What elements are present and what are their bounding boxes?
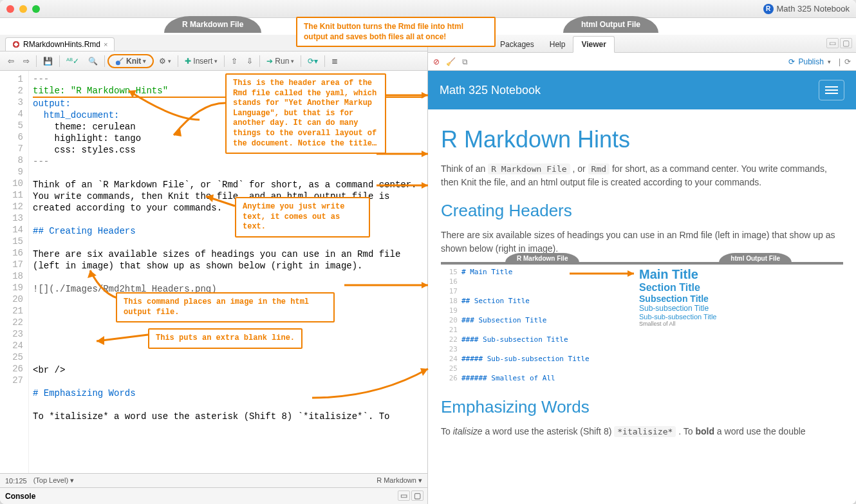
heading-2: Emphasizing Words xyxy=(441,397,843,417)
annotation-yaml: This is the header area of the Rmd file … xyxy=(225,73,386,154)
tab-help[interactable]: Help xyxy=(542,37,573,52)
embedded-image: R Markdown File html Output File 15# Mai… xyxy=(441,262,843,386)
spellcheck-button[interactable]: ᴬᴮ✓ xyxy=(62,55,83,67)
run-button[interactable]: ➔ Run ▾ xyxy=(263,55,298,67)
chevron-down-icon: ▾ xyxy=(828,59,831,65)
pane-label-right: html Output File xyxy=(563,16,658,33)
settings-button[interactable]: ⚙ ▾ xyxy=(155,55,175,67)
file-tab-label: RMarkdownHints.Rmd xyxy=(23,40,100,49)
knit-label: Knit xyxy=(126,57,141,66)
publish-icon: ⟳ xyxy=(788,57,795,66)
close-window-icon[interactable] xyxy=(6,5,14,13)
language-mode[interactable]: R Markdown ▾ xyxy=(377,476,422,485)
annotation-br: This puts an extra blank line. xyxy=(148,328,302,349)
heading-1: R Markdown Hints xyxy=(441,126,843,153)
code-editor[interactable]: 1234567891011121314151617181920212223242… xyxy=(0,71,427,473)
titlebar: R Math 325 Notebook xyxy=(0,0,856,18)
insert-label: Insert xyxy=(193,57,212,66)
go-down-button[interactable]: ⇩ xyxy=(243,55,257,67)
cursor-position: 10:125 xyxy=(5,477,27,485)
scope-selector[interactable]: (Top Level) ▾ xyxy=(33,476,74,485)
broom-icon[interactable]: 🧹 xyxy=(446,57,456,66)
paragraph: Think of an R Markdown File , or Rmd for… xyxy=(441,162,843,189)
line-gutter: 1234567891011121314151617181920212223242… xyxy=(0,71,29,473)
file-tab[interactable]: RMarkdownHints.Rmd × xyxy=(5,37,115,51)
hamburger-icon[interactable] xyxy=(819,80,844,100)
embedded-label-right: html Output File xyxy=(719,253,792,263)
inline-code: *italisize* xyxy=(614,426,676,437)
knit-button[interactable]: Knit ▾ xyxy=(107,54,154,68)
svg-point-0 xyxy=(116,61,120,65)
paragraph: There are six available sizes of heading… xyxy=(441,229,843,256)
maximize-pane-icon[interactable]: ▢ xyxy=(411,490,423,501)
chunk-options-button[interactable]: ⟳▾ xyxy=(304,55,322,67)
html-viewer[interactable]: Math 325 Notebook R Markdown Hints Think… xyxy=(428,71,856,504)
tab-packages[interactable]: Packages xyxy=(492,37,542,52)
popout-icon[interactable]: ⧉ xyxy=(462,57,468,66)
find-button[interactable]: 🔍 xyxy=(84,55,102,67)
rmd-file-icon xyxy=(12,41,20,48)
pane-label-left: R Markdown File xyxy=(164,16,261,33)
viewer-pane: html Output File FilesPlotsPackagesHelpV… xyxy=(428,18,856,504)
window-title: Math 325 Notebook xyxy=(777,4,850,14)
heading-2: Creating Headers xyxy=(441,201,843,221)
annotation-knit: The Knit button turns the Rmd file into … xyxy=(296,17,496,47)
doc-title: Math 325 Notebook xyxy=(440,84,541,97)
project-label[interactable]: R Math 325 Notebook xyxy=(763,4,850,14)
inline-code: R Markdown File xyxy=(488,163,570,174)
refresh-icon[interactable]: ⟳ xyxy=(844,57,851,66)
close-icon[interactable]: × xyxy=(104,41,107,48)
run-label: Run xyxy=(275,57,289,66)
status-bar: 10:125 (Top Level) ▾ R Markdown ▾ xyxy=(0,473,427,487)
inline-code: Rmd xyxy=(588,163,609,174)
remove-viewer-button[interactable]: ⊘ xyxy=(433,57,440,66)
traffic-lights xyxy=(6,5,40,13)
r-project-icon: R xyxy=(763,4,774,14)
minimize-window-icon[interactable] xyxy=(19,5,27,13)
maximize-window-icon[interactable] xyxy=(32,5,40,13)
chevron-down-icon: ▾ xyxy=(143,58,146,64)
back-button[interactable]: ⇦ xyxy=(4,55,18,67)
viewer-toolbar: ⊘ 🧹 ⧉ ⟳ Publish ▾ | ⟳ xyxy=(428,53,856,71)
minimize-pane-icon[interactable]: ▭ xyxy=(826,38,839,48)
tab-viewer[interactable]: Viewer xyxy=(573,36,614,53)
forward-button[interactable]: ⇨ xyxy=(19,55,33,67)
app-window: R Math 325 Notebook R Markdown File The … xyxy=(0,0,856,504)
save-button[interactable]: 💾 xyxy=(39,55,57,67)
knit-icon xyxy=(115,57,124,66)
editor-toolbar: ⇦ ⇨ 💾 ᴬᴮ✓ 🔍 Knit ▾ ⚙ ▾ ✚ Insert ▾ ⇧ ⇩ xyxy=(0,51,427,71)
maximize-pane-icon[interactable]: ▢ xyxy=(840,38,852,48)
insert-button[interactable]: ✚ Insert ▾ xyxy=(181,55,221,67)
annotation-text: Anytime you just write text, it comes ou… xyxy=(235,197,370,238)
minimize-pane-icon[interactable]: ▭ xyxy=(398,490,410,501)
publish-button[interactable]: Publish xyxy=(799,57,824,66)
go-up-button[interactable]: ⇧ xyxy=(227,55,241,67)
paragraph: To italisize a word use the asterisk (Sh… xyxy=(441,425,843,438)
embedded-label-left: R Markdown File xyxy=(505,253,579,263)
console-label: Console xyxy=(5,492,35,501)
outline-button[interactable]: ≣ xyxy=(328,55,342,67)
source-pane: R Markdown File The Knit button turns th… xyxy=(0,18,428,504)
console-tab[interactable]: Console ▭ ▢ xyxy=(0,487,427,504)
doc-header: Math 325 Notebook xyxy=(428,71,856,109)
annotation-image: This command places an image in the html… xyxy=(116,292,335,322)
